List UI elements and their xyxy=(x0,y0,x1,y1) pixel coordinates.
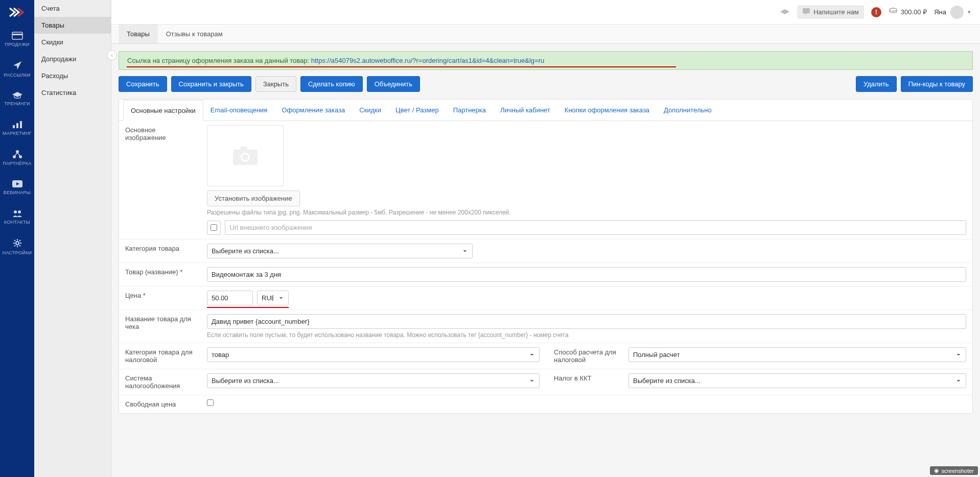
subnav-goods[interactable]: Товары xyxy=(34,17,111,34)
category-select[interactable]: Выберите из списка... xyxy=(207,244,473,258)
tax-category-select[interactable]: товар xyxy=(207,347,540,362)
svg-rect-12 xyxy=(803,8,810,13)
svg-point-17 xyxy=(242,154,248,160)
subtab-account[interactable]: Личный кабинет xyxy=(493,100,557,121)
main-sidebar: ПРОДАЖИ РАССЫЛКИ ТРЕНИНГИ МАРКЕТИНГ ПАРТ… xyxy=(0,0,34,421)
save-close-button[interactable]: Сохранить и закрыть xyxy=(171,76,251,92)
form-tabs: Основные настройки Email-оповещения Офор… xyxy=(119,100,972,121)
image-hint: Разрешены файлы типа jpg, png. Максималь… xyxy=(207,209,966,216)
nav-settings[interactable]: НАСТРОЙКИ xyxy=(0,232,34,261)
subtab-main[interactable]: Основные настройки xyxy=(123,100,203,121)
card-icon xyxy=(12,32,23,40)
subtab-discounts[interactable]: Скидки xyxy=(352,100,388,121)
notice-text: Ссылка на страницу оформления заказа на … xyxy=(127,57,311,64)
nav-label: НАСТРОЙКИ xyxy=(3,250,32,255)
tab-reviews[interactable]: Отзывы к товарам xyxy=(158,25,231,43)
nav-sales[interactable]: ПРОДАЖИ xyxy=(0,25,34,54)
bars-icon xyxy=(12,121,22,129)
subnav-stats[interactable]: Статистика xyxy=(34,84,111,101)
label-main-image: Основное изображение xyxy=(119,121,201,239)
subtab-checkout[interactable]: Оформление заказа xyxy=(274,100,352,121)
notice-banner: Ссылка на страницу оформления заказа на … xyxy=(119,51,973,70)
highlight-underline xyxy=(207,307,289,308)
graduation-icon[interactable] xyxy=(780,9,790,16)
sub-sidebar: Счета Товары Скидки Допродажи Расходы Ст… xyxy=(34,0,111,421)
coins-icon xyxy=(889,8,898,16)
image-preview xyxy=(207,125,284,186)
nav-label: ПАРТНЁРКА xyxy=(3,161,31,166)
set-image-button[interactable]: Установить изображение xyxy=(207,190,300,206)
subtab-extra[interactable]: Дополнительно xyxy=(657,100,719,121)
form-panel: Основные настройки Email-оповещения Офор… xyxy=(119,99,973,414)
svg-point-9 xyxy=(14,210,17,213)
contact-label: Напишите нам xyxy=(813,8,859,16)
user-name: Яна xyxy=(934,8,946,16)
nav-label: МАРКЕТИНГ xyxy=(3,131,32,136)
notice-link[interactable]: https://a54079s2.autoweboffice.ru/?r=ord… xyxy=(311,57,545,64)
subnav-accounts[interactable]: Счета xyxy=(34,0,111,17)
action-buttons: Сохранить Сохранить и закрыть Закрыть Сд… xyxy=(119,76,973,92)
close-button[interactable]: Закрыть xyxy=(255,76,296,92)
logo[interactable] xyxy=(0,0,34,25)
external-url-input[interactable] xyxy=(225,220,966,235)
svg-point-6 xyxy=(13,155,16,158)
avatar xyxy=(950,6,964,19)
graduation-icon xyxy=(12,91,23,99)
merge-button[interactable]: Объединить xyxy=(367,76,420,92)
contact-button[interactable]: Напишите нам xyxy=(797,5,864,19)
gear-icon xyxy=(12,238,22,248)
copy-button[interactable]: Сделать копию xyxy=(300,76,363,92)
nav-mail[interactable]: РАССЫЛКИ xyxy=(0,54,34,84)
topbar: Напишите нам ! 300.00 ₽ Яна ▾ xyxy=(111,0,980,25)
nav-partner[interactable]: ПАРТНЁРКА xyxy=(0,143,34,173)
name-input[interactable] xyxy=(207,267,966,282)
nav-webinars[interactable]: ВЕБИНАРЫ xyxy=(0,173,34,202)
calc-method-select[interactable]: Полный расчет xyxy=(628,347,966,362)
label-price: Цена * xyxy=(119,287,201,309)
receipt-name-input[interactable] xyxy=(207,314,966,329)
subnav-upsells[interactable]: Допродажи xyxy=(34,51,111,67)
subnav-discounts[interactable]: Скидки xyxy=(34,34,111,51)
label-receipt-name: Название товара для чека xyxy=(119,310,201,343)
alert-badge[interactable]: ! xyxy=(871,7,881,17)
nav-marketing[interactable]: МАРКЕТИНГ xyxy=(0,113,34,143)
tax-system-select[interactable]: Выберите из списка... xyxy=(207,373,540,388)
svg-rect-0 xyxy=(12,32,22,39)
url-checkbox[interactable] xyxy=(211,224,217,231)
send-icon xyxy=(12,60,22,70)
kkt-tax-select[interactable]: Выберите из списка... xyxy=(628,373,966,388)
subtab-color[interactable]: Цвет / Размер xyxy=(388,100,446,121)
svg-rect-4 xyxy=(20,121,22,128)
label-free-price: Свободная цена xyxy=(119,395,201,413)
svg-rect-15 xyxy=(240,147,247,151)
subnav-expenses[interactable]: Расходы xyxy=(34,67,111,84)
subtab-partner[interactable]: Партнерка xyxy=(446,100,493,121)
page-tabs: Товары Отзывы к товарам xyxy=(111,25,980,44)
collapse-subsidebar[interactable]: ‹ xyxy=(107,50,117,60)
nav-contacts[interactable]: КОНТАКТЫ xyxy=(0,202,34,232)
balance-value: 300.00 ₽ xyxy=(901,8,927,16)
balance[interactable]: 300.00 ₽ xyxy=(889,8,927,16)
price-input[interactable] xyxy=(207,291,253,305)
subtab-email[interactable]: Email-оповещения xyxy=(203,100,275,121)
free-price-checkbox[interactable] xyxy=(207,399,214,406)
delete-button[interactable]: Удалить xyxy=(856,76,897,92)
subtab-buttons[interactable]: Кнопки оформления заказа xyxy=(557,100,657,121)
nav-training[interactable]: ТРЕНИНГИ xyxy=(0,84,34,113)
svg-point-10 xyxy=(18,210,21,213)
label-tax-category: Категория товара для налоговой xyxy=(119,343,201,369)
users-icon xyxy=(12,209,23,218)
svg-rect-2 xyxy=(13,125,15,128)
user-menu[interactable]: Яна ▾ xyxy=(934,6,971,19)
svg-point-7 xyxy=(19,155,22,158)
label-tax-system: Система налогообложения xyxy=(119,369,201,395)
save-button[interactable]: Сохранить xyxy=(119,76,167,92)
chevron-down-icon: ▾ xyxy=(968,9,971,15)
nav-label: ПРОДАЖИ xyxy=(5,42,29,47)
tab-goods[interactable]: Товары xyxy=(119,25,158,43)
url-checkbox-wrap xyxy=(207,221,221,235)
label-kkt-tax: Налог в ККТ xyxy=(546,369,622,395)
currency-select[interactable]: RUB xyxy=(257,291,289,305)
pincodes-button[interactable]: Пин-коды к товару xyxy=(901,76,973,92)
camera-icon xyxy=(231,145,260,167)
